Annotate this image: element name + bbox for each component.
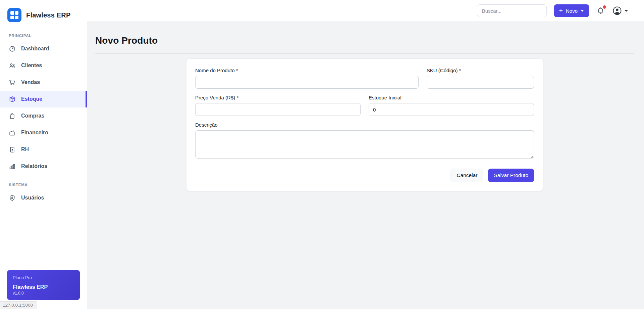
sidebar-item-label: Clientes bbox=[21, 62, 42, 69]
sidebar-item-relatorios[interactable]: Relatórios bbox=[0, 158, 87, 175]
sidebar-item-label: Relatórios bbox=[21, 163, 47, 169]
plus-icon: + bbox=[559, 7, 563, 14]
chevron-down-icon bbox=[581, 10, 584, 12]
sku-input[interactable] bbox=[427, 76, 534, 89]
box-icon bbox=[9, 96, 16, 103]
sidebar-item-label: Usuários bbox=[21, 195, 44, 201]
initial-stock-input[interactable] bbox=[369, 103, 534, 116]
sidebar-item-dashboard[interactable]: Dashboard bbox=[0, 40, 87, 57]
unread-notification-dot bbox=[603, 5, 606, 9]
topbar: + Novo bbox=[87, 0, 644, 22]
field-description: Descrição bbox=[195, 122, 534, 160]
page-title: Novo Produto bbox=[95, 35, 634, 46]
field-product-name: Nome do Produto * bbox=[195, 68, 419, 89]
form-actions: Cancelar Salvar Produto bbox=[195, 169, 534, 182]
cancel-button[interactable]: Cancelar bbox=[450, 169, 483, 182]
sidebar-item-compras[interactable]: Compras bbox=[0, 107, 87, 124]
sidebar-item-estoque[interactable]: Estoque bbox=[0, 91, 87, 107]
people-icon bbox=[9, 62, 16, 69]
notifications-button[interactable] bbox=[596, 7, 605, 15]
sidebar-section-sistema: SISTEMA bbox=[9, 183, 87, 187]
app-logo-icon bbox=[7, 8, 21, 22]
plan-version: v1.0.0 bbox=[13, 291, 74, 296]
description-label: Descrição bbox=[195, 122, 534, 128]
new-product-form-card: Nome do Produto * SKU (Código) * Preço V… bbox=[186, 58, 543, 191]
plan-tier: Plano Pro bbox=[13, 275, 74, 280]
sidebar-item-usuarios[interactable]: Usuários bbox=[0, 189, 87, 206]
sidebar-item-label: Dashboard bbox=[21, 46, 49, 52]
sidebar-item-vendas[interactable]: Vendas bbox=[0, 74, 87, 91]
field-sku: SKU (Código) * bbox=[427, 68, 534, 89]
brand-title: Flawless ERP bbox=[26, 11, 70, 19]
plan-name: Flawless ERP bbox=[13, 284, 74, 290]
person-circle-icon bbox=[612, 6, 622, 16]
app-root: Flawless ERP PRINCIPAL Dashboard Cliente… bbox=[0, 0, 644, 309]
sidebar-item-rh[interactable]: RH bbox=[0, 141, 87, 158]
sidebar-item-label: Compras bbox=[21, 113, 44, 119]
main-column: + Novo Novo Produto bbox=[87, 0, 644, 309]
sidebar-item-label: Financeiro bbox=[21, 130, 48, 136]
browser-link-preview: 127.0.0.1:5000 bbox=[0, 301, 37, 309]
save-product-button[interactable]: Salvar Produto bbox=[488, 169, 534, 182]
sidebar-section-principal: PRINCIPAL bbox=[9, 34, 87, 38]
cart-icon bbox=[9, 79, 16, 86]
sidebar-item-clientes[interactable]: Clientes bbox=[0, 57, 87, 74]
novo-button[interactable]: + Novo bbox=[554, 4, 589, 17]
field-price: Preço Venda (R$) * bbox=[195, 95, 361, 116]
title-divider bbox=[95, 53, 634, 54]
chevron-down-icon bbox=[625, 10, 628, 12]
sidebar: Flawless ERP PRINCIPAL Dashboard Cliente… bbox=[0, 0, 87, 309]
sidebar-item-financeiro[interactable]: Financeiro bbox=[0, 124, 87, 141]
bag-icon bbox=[9, 113, 16, 120]
bar-chart-icon bbox=[9, 163, 16, 170]
brand: Flawless ERP bbox=[0, 0, 87, 26]
field-initial-stock: Estoque Inicial bbox=[369, 95, 534, 116]
sidebar-item-label: RH bbox=[21, 146, 29, 152]
plan-card: Plano Pro Flawless ERP v1.0.0 bbox=[7, 270, 80, 300]
initial-stock-label: Estoque Inicial bbox=[369, 95, 534, 100]
speedometer-icon bbox=[9, 45, 16, 52]
shield-user-icon bbox=[9, 194, 16, 202]
page-content: Novo Produto Nome do Produto * SKU (Códi… bbox=[87, 22, 644, 309]
price-input[interactable] bbox=[195, 103, 361, 116]
price-label: Preço Venda (R$) * bbox=[195, 95, 361, 100]
product-name-input[interactable] bbox=[195, 76, 419, 89]
sidebar-item-label: Vendas bbox=[21, 79, 40, 85]
wallet-icon bbox=[9, 129, 16, 136]
id-badge-icon bbox=[9, 146, 16, 153]
sidebar-item-label: Estoque bbox=[21, 96, 42, 102]
user-menu-button[interactable] bbox=[612, 6, 628, 16]
novo-button-label: Novo bbox=[566, 8, 578, 14]
search-input[interactable] bbox=[477, 4, 547, 17]
product-name-label: Nome do Produto * bbox=[195, 68, 419, 73]
description-textarea[interactable] bbox=[195, 130, 534, 159]
sku-label: SKU (Código) * bbox=[427, 68, 534, 73]
